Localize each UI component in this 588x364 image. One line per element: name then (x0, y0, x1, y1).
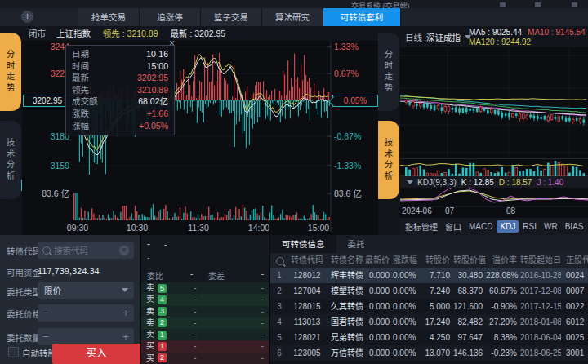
order-book-row[interactable]: 买2-- (141, 353, 270, 364)
indicator-tab[interactable]: KDJ (497, 220, 519, 233)
order-price-input[interactable] (56, 304, 118, 323)
top-tab[interactable]: 篮子交易 (201, 8, 262, 26)
level-value: - (261, 329, 264, 340)
table-tab[interactable]: 可转债信息 (270, 235, 336, 253)
cell-code: 128021 (288, 330, 326, 345)
order-book-panel: - - - 委比 - 委差 - 卖5--卖4--卖3--卖2--卖1--买1--… (140, 235, 270, 364)
column-header[interactable]: 溢价率 (486, 253, 520, 268)
indicator-tab[interactable]: RSI (519, 220, 540, 233)
level-side: 卖 (146, 317, 154, 329)
tooltip-value: +1.66 (146, 108, 168, 120)
y-axis-label: -0.67% (334, 131, 378, 141)
kline-chart[interactable] (400, 26, 588, 235)
cell-date: 2016-10-28 (520, 268, 561, 283)
ma-value: MA5 : 9025.44 (469, 28, 522, 37)
cell-index: 6 (270, 345, 288, 361)
y-axis-label: 3244 (22, 42, 69, 51)
index-selector[interactable]: 日线 深证成指 (405, 26, 471, 47)
level-value: - (187, 306, 203, 317)
add-tab-icon[interactable]: + (21, 11, 33, 23)
tooltip-row: 涨跌+1.66 (72, 108, 168, 120)
bond-table-header: 转债代码转债名称最新价涨跌幅转股价转股价值溢价率转股起始日▲正股代码 (270, 253, 588, 268)
cell-date: 2018-01-08 (520, 314, 561, 330)
table-row[interactable]: 1128012辉丰转债0.0000.00%7.71030.480228.08%2… (270, 268, 588, 283)
cell-code: 128012 (288, 268, 326, 283)
indicator-tab[interactable]: 窗口 (442, 219, 465, 234)
minus-icon[interactable]: − (38, 328, 54, 345)
funds-value: 117,739,324.34 (38, 266, 100, 276)
order-book-row[interactable]: 卖5-- (141, 282, 270, 294)
indicator-tab[interactable]: BIAS (562, 220, 587, 233)
top-tab[interactable]: 可转债套利 (323, 8, 401, 26)
x-axis-label: 08 (506, 206, 515, 215)
minus-icon[interactable]: − (38, 304, 54, 322)
column-header[interactable]: 正股代码 (561, 253, 588, 268)
side-tab[interactable]: 分时走势 (378, 33, 399, 111)
top-tab[interactable]: 追涨停 (140, 8, 201, 26)
table-row[interactable]: 3128015久其转债0.0000.00%5.000121.600-0.90%2… (270, 299, 588, 314)
order-book-row[interactable]: 卖3-- (141, 306, 270, 317)
cell-code: 113013 (288, 314, 326, 330)
search-input[interactable] (51, 246, 119, 255)
tooltip-label: 成交额 (72, 95, 98, 108)
level-value: - (261, 317, 264, 329)
index-name: 上证指数 (56, 29, 91, 38)
kdj-values: K : 12.85D : 18.57J : 1.40 (461, 178, 568, 187)
column-header[interactable]: 转股价值 (453, 253, 486, 268)
order-book-row[interactable]: 卖2-- (141, 317, 270, 329)
y-axis-label: 3180 (22, 131, 69, 141)
y-axis-label: -1.33% (334, 161, 378, 171)
column-header[interactable]: 转债名称 (326, 253, 365, 268)
side-tab[interactable]: 技术分析 (0, 121, 21, 199)
column-header[interactable]: 转债代码 (288, 253, 326, 268)
cell-name: 辉丰转债 (326, 268, 365, 283)
tooltip-row: 成交额68.02亿 (72, 95, 168, 108)
tooltip-label: 时间 (72, 60, 89, 73)
plus-icon[interactable]: + (118, 304, 134, 322)
tooltip-close-icon[interactable]: × (169, 39, 175, 47)
table-row[interactable]: 6123005万信转债0.0000.00%13.070146.136-0.23%… (270, 345, 588, 361)
order-book-row[interactable]: 卖4-- (141, 294, 270, 305)
search-icon (276, 257, 284, 265)
search-icon-cell[interactable] (270, 253, 288, 268)
titlebar-icon[interactable] (500, 2, 506, 7)
cell-convert-value: 146.136 (453, 345, 486, 361)
titlebar-icon[interactable] (535, 2, 541, 7)
indicator-tab[interactable]: MACD (466, 220, 496, 233)
buy-button[interactable]: 买入 (52, 344, 140, 364)
table-row[interactable]: 5128021兄弟转债0.0000.00%4.25097.6478.38%201… (270, 330, 588, 345)
column-header[interactable]: 最新价 (365, 253, 393, 268)
table-tab[interactable]: 委托 (336, 235, 376, 253)
clear-icon[interactable]: × (119, 246, 129, 255)
table-row[interactable]: 4113013国君转债0.0000.00%17.24082.48227.20%2… (270, 314, 588, 330)
table-row[interactable]: 2127004模塑转债0.0000.00%7.24068.37060.67%20… (270, 283, 588, 299)
side-tab[interactable]: 分时走势 (0, 33, 21, 111)
column-header[interactable]: 转股价 (419, 253, 453, 268)
column-header[interactable]: 涨跌幅 (393, 253, 419, 268)
y-axis-label: 83.6 亿 (22, 189, 69, 198)
cell-stock-code: 0025 (561, 330, 588, 345)
column-header[interactable]: 转股起始日▲ (520, 253, 561, 268)
order-book-row[interactable]: 买1-- (141, 340, 270, 352)
order-book-row[interactable]: 卖1-- (141, 329, 270, 340)
cell-convert-price: 17.240 (419, 314, 453, 330)
titlebar-icon[interactable] (572, 2, 577, 7)
order-type-select[interactable]: 限价 (38, 282, 134, 299)
indicator-tab[interactable]: WR (541, 220, 561, 233)
top-tab[interactable]: 算法研究 (262, 8, 323, 26)
diff-label: 委差 (208, 269, 225, 282)
kdj-indicator-row[interactable]: KDJ(9,3,3) K : 12.85D : 18.57J : 1.40 (400, 176, 588, 188)
indicator-tab[interactable]: 指标管理 (402, 219, 441, 234)
top-tab[interactable]: 抢单交易 (78, 8, 140, 26)
level-badge: 1 (158, 342, 167, 351)
x-axis-label: 2024-06 (402, 206, 432, 215)
cell-index: 2 (270, 283, 288, 299)
cell-name: 国君转债 (326, 314, 365, 330)
chart-tooltip: 日期10-16时间15:00最新3202.95领先3210.89成交额68.02… (65, 45, 175, 135)
cell-premium: 228.08% (486, 268, 520, 283)
auto-convert-checkbox[interactable] (8, 347, 19, 357)
plus-icon[interactable]: + (118, 328, 134, 345)
cell-last: 0.000 (365, 268, 393, 283)
side-tab[interactable]: 技术分析 (378, 121, 399, 199)
x-axis-label: 07 (445, 206, 454, 215)
